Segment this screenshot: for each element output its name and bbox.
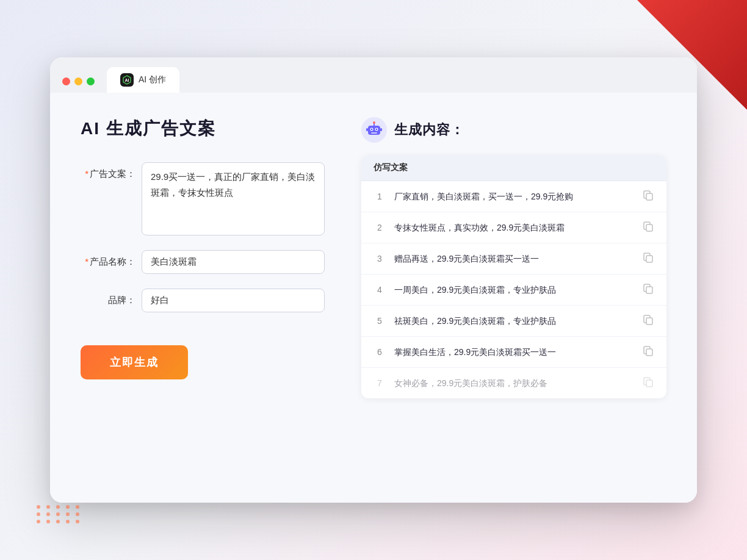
svg-rect-18 — [646, 349, 652, 356]
row-number: 3 — [374, 254, 386, 264]
left-panel: AI 生成广告文案 *广告文案： *产品名称： 品牌： 立即生成 — [81, 117, 325, 478]
traffic-lights — [62, 77, 95, 85]
svg-rect-13 — [646, 193, 652, 200]
browser-content: AI 生成广告文案 *广告文案： *产品名称： 品牌： 立即生成 — [50, 93, 697, 503]
copy-button[interactable] — [642, 376, 654, 390]
product-name-required: * — [85, 256, 88, 267]
ad-copy-group: *广告文案： — [81, 162, 325, 235]
browser-window: AI AI 创作 AI 生成广告文案 *广告文案： *产品名称： — [50, 57, 697, 503]
copy-button[interactable] — [642, 189, 654, 204]
brand-input[interactable] — [142, 289, 325, 312]
svg-rect-16 — [646, 287, 652, 293]
svg-rect-15 — [646, 256, 652, 262]
traffic-light-green[interactable] — [87, 77, 95, 85]
traffic-light-yellow[interactable] — [74, 77, 82, 85]
svg-rect-12 — [380, 128, 382, 131]
brand-label: 品牌： — [81, 289, 135, 306]
tab-label: AI 创作 — [139, 74, 166, 85]
browser-tab[interactable]: AI AI 创作 — [107, 67, 179, 93]
ad-copy-required: * — [85, 168, 88, 179]
result-table: 仿写文案 1厂家直销，美白淡斑霜，买一送一，29.9元抢购 2专抹女性斑点，真实… — [361, 155, 666, 398]
svg-rect-14 — [646, 224, 652, 231]
table-row: 6掌握美白生活，29.9元美白淡斑霜买一送一 — [361, 337, 666, 368]
row-number: 1 — [374, 192, 386, 201]
robot-icon — [361, 117, 387, 143]
table-row: 4一周美白，29.9元美白淡斑霜，专业护肤品 — [361, 275, 666, 306]
generate-button[interactable]: 立即生成 — [81, 345, 188, 379]
table-row: 5祛斑美白，29.9元美白淡斑霜，专业护肤品 — [361, 306, 666, 337]
copy-button[interactable] — [642, 345, 654, 359]
row-number: 4 — [374, 285, 386, 295]
row-text: 掌握美白生活，29.9元美白淡斑霜买一送一 — [394, 346, 633, 359]
product-name-input[interactable] — [142, 250, 325, 274]
svg-rect-11 — [366, 128, 368, 131]
row-number: 7 — [374, 378, 386, 388]
svg-rect-8 — [371, 132, 377, 134]
svg-point-6 — [371, 129, 372, 130]
row-text: 厂家直销，美白淡斑霜，买一送一，29.9元抢购 — [394, 190, 633, 203]
table-row: 2专抹女性斑点，真实功效，29.9元美白淡斑霜 — [361, 212, 666, 243]
table-row: 1厂家直销，美白淡斑霜，买一送一，29.9元抢购 — [361, 181, 666, 212]
row-number: 2 — [374, 223, 386, 232]
traffic-light-red[interactable] — [62, 77, 70, 85]
ad-copy-input[interactable] — [142, 162, 325, 235]
product-name-group: *产品名称： — [81, 250, 325, 274]
copy-button[interactable] — [642, 251, 654, 266]
svg-point-10 — [373, 121, 375, 124]
page-title: AI 生成广告文案 — [81, 117, 325, 140]
copy-button[interactable] — [642, 282, 654, 297]
svg-rect-17 — [646, 318, 652, 325]
table-header: 仿写文案 — [361, 155, 666, 181]
row-text: 女神必备，29.9元美白淡斑霜，护肤必备 — [394, 377, 633, 390]
result-title: 生成内容： — [394, 121, 464, 139]
ad-copy-label: *广告文案： — [81, 162, 135, 180]
result-header: 生成内容： — [361, 117, 666, 143]
table-row: 3赠品再送，29.9元美白淡斑霜买一送一 — [361, 243, 666, 275]
svg-rect-19 — [646, 380, 652, 387]
ai-tab-icon: AI — [120, 73, 134, 87]
svg-text:AI: AI — [125, 78, 129, 82]
product-name-label: *产品名称： — [81, 250, 135, 268]
brand-group: 品牌： — [81, 289, 325, 312]
row-number: 5 — [374, 316, 386, 326]
dots-decoration — [37, 505, 82, 523]
row-text: 赠品再送，29.9元美白淡斑霜买一送一 — [394, 253, 633, 265]
copy-button[interactable] — [642, 314, 654, 328]
copy-button[interactable] — [642, 220, 654, 235]
browser-chrome: AI AI 创作 — [50, 57, 697, 93]
row-text: 专抹女性斑点，真实功效，29.9元美白淡斑霜 — [394, 221, 633, 234]
right-panel: 生成内容： 仿写文案 1厂家直销，美白淡斑霜，买一送一，29.9元抢购 2专抹女… — [361, 117, 666, 478]
row-text: 祛斑美白，29.9元美白淡斑霜，专业护肤品 — [394, 315, 633, 328]
row-number: 6 — [374, 347, 386, 357]
table-row: 7女神必备，29.9元美白淡斑霜，护肤必备 — [361, 368, 666, 398]
row-text: 一周美白，29.9元美白淡斑霜，专业护肤品 — [394, 284, 633, 296]
svg-point-7 — [376, 129, 377, 130]
